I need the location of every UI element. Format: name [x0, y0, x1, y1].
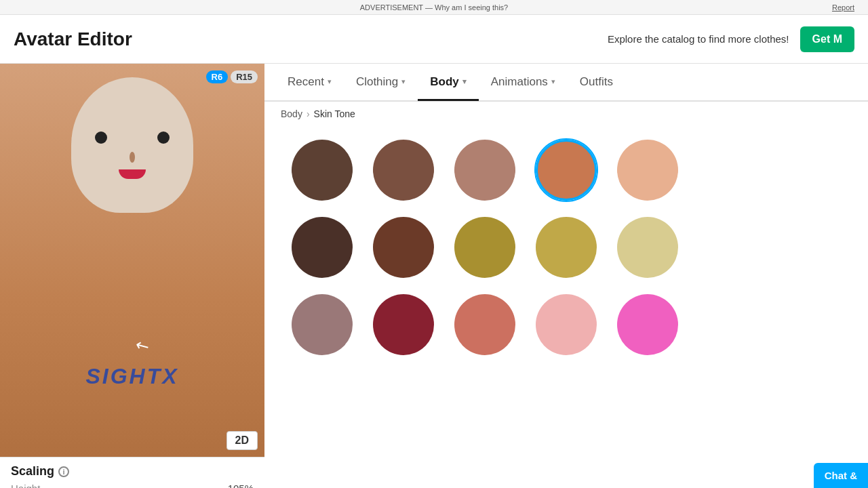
skin-tone-option[interactable]: [292, 140, 353, 201]
tab-clothing-label: Clothing: [356, 75, 398, 89]
skin-tone-option[interactable]: [454, 217, 515, 278]
avatar-eye-left: [95, 131, 107, 144]
tab-recent-label: Recent: [288, 75, 324, 89]
tab-recent[interactable]: Recent ▾: [275, 64, 344, 101]
breadcrumb: Body › Skin Tone: [264, 102, 868, 126]
skin-tone-option[interactable]: [292, 217, 353, 278]
skin-tone-row: [292, 294, 841, 355]
tab-body[interactable]: Body ▾: [418, 64, 479, 101]
right-panel: Recent ▾ Clothing ▾ Body ▾ Animations ▾ …: [264, 64, 868, 488]
chevron-down-icon: ▾: [328, 77, 332, 86]
scaling-section: Scaling i Height 105%: [0, 457, 264, 488]
chat-button[interactable]: Chat &: [814, 463, 868, 488]
skin-tone-row: [292, 140, 841, 201]
skin-tone-option[interactable]: [536, 294, 597, 355]
header-right: Explore the catalog to find more clothes…: [608, 26, 854, 52]
report-link[interactable]: Report: [832, 3, 854, 12]
toggle-2d-button[interactable]: 2D: [226, 431, 258, 450]
skin-tone-option[interactable]: [373, 140, 434, 201]
get-more-button[interactable]: Get M: [800, 26, 854, 52]
breadcrumb-current: Skin Tone: [314, 108, 355, 119]
height-row: Height 105%: [11, 483, 254, 488]
scaling-title: Scaling i: [11, 464, 254, 479]
breadcrumb-parent[interactable]: Body: [281, 108, 302, 119]
skin-tone-grid: [264, 126, 868, 369]
breadcrumb-separator: ›: [307, 108, 310, 119]
avatar-preview: R6 R15 SIGHTX ↖ 2D: [0, 64, 264, 457]
page-title: Avatar Editor: [14, 28, 132, 50]
tab-animations[interactable]: Animations ▾: [479, 64, 568, 101]
skin-tone-option[interactable]: [536, 140, 597, 201]
tab-clothing[interactable]: Clothing ▾: [344, 64, 418, 101]
skin-tone-option[interactable]: [373, 294, 434, 355]
left-panel: R6 R15 SIGHTX ↖ 2D Scaling i: [0, 64, 264, 488]
skin-tone-option[interactable]: [292, 294, 353, 355]
tab-outfits-label: Outfits: [580, 75, 613, 89]
badge-r6[interactable]: R6: [206, 70, 229, 83]
ad-bar: ADVERTISEMENT — Why am I seeing this? Re…: [0, 0, 868, 15]
skin-tone-option[interactable]: [617, 140, 678, 201]
avatar-eye-right: [157, 131, 170, 144]
scaling-info-icon[interactable]: i: [58, 466, 69, 477]
chevron-down-icon: ▾: [462, 77, 467, 86]
skin-tone-row: [292, 217, 841, 278]
catalog-text: Explore the catalog to find more clothes…: [608, 33, 789, 45]
avatar-face: [64, 77, 200, 213]
face-background: [71, 77, 193, 213]
height-value: 105%: [228, 483, 254, 488]
main-layout: R6 R15 SIGHTX ↖ 2D Scaling i: [0, 64, 868, 488]
avatar-nose: [130, 152, 135, 163]
chevron-down-icon: ▾: [551, 77, 555, 86]
tab-animations-label: Animations: [491, 75, 548, 89]
nav-tabs: Recent ▾ Clothing ▾ Body ▾ Animations ▾ …: [264, 64, 868, 102]
badge-r15[interactable]: R15: [231, 70, 258, 83]
ad-text: ADVERTISEMENT — Why am I seeing this?: [360, 3, 508, 12]
header: Avatar Editor Explore the catalog to fin…: [0, 15, 868, 64]
tab-outfits[interactable]: Outfits: [568, 64, 625, 101]
cursor-arrow: ↖: [132, 334, 153, 357]
skin-tone-option[interactable]: [373, 217, 434, 278]
chevron-down-icon: ▾: [401, 77, 406, 86]
avatar-body-text: SIGHTX: [85, 364, 178, 389]
skin-tone-option[interactable]: [454, 140, 515, 201]
skin-tone-option[interactable]: [454, 294, 515, 355]
skin-tone-option[interactable]: [536, 217, 597, 278]
tab-body-label: Body: [430, 75, 459, 89]
skin-tone-option[interactable]: [617, 294, 678, 355]
skin-tone-option[interactable]: [617, 217, 678, 278]
avatar-badges: R6 R15: [206, 70, 258, 83]
height-label: Height: [11, 483, 40, 488]
